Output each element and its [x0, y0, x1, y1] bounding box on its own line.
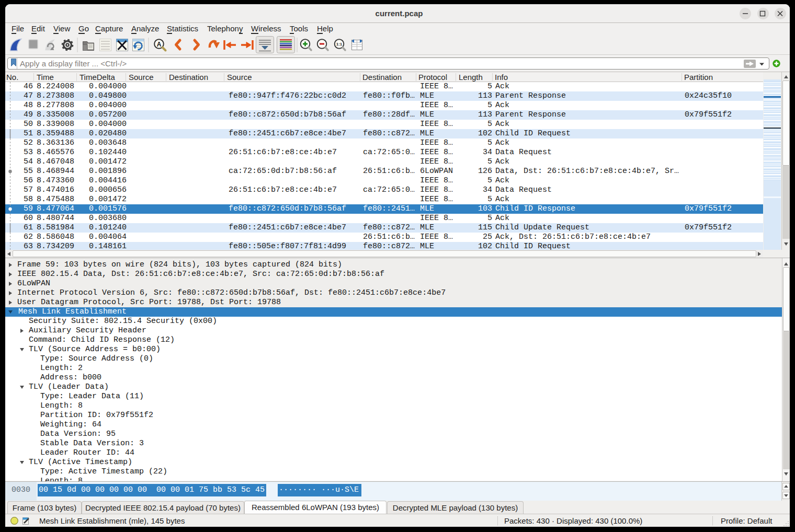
svg-text:1:1: 1:1 [336, 42, 343, 47]
svg-text:A: A [157, 41, 162, 48]
